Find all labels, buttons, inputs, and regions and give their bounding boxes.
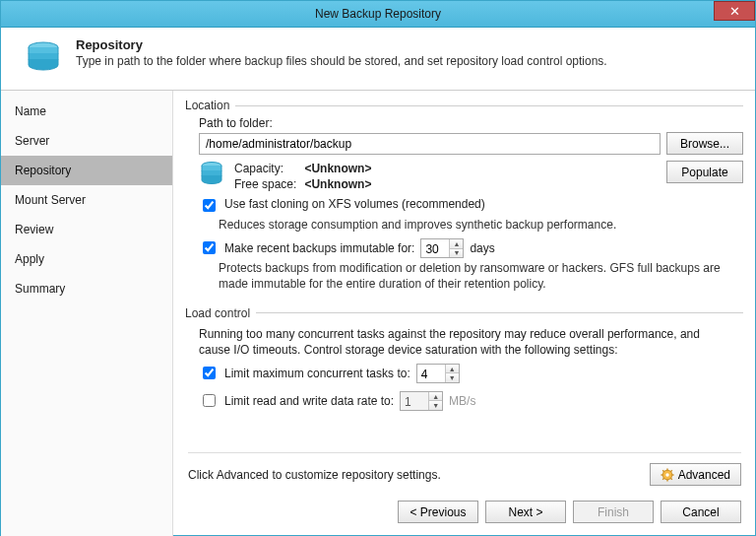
- wizard-header: Repository Type in path to the folder wh…: [1, 28, 755, 91]
- loadcontrol-group: Load control Running too many concurrent…: [185, 306, 743, 415]
- limit-tasks-stepper[interactable]: ▲ ▼: [416, 364, 460, 383]
- freespace-label: Free space:: [234, 177, 296, 191]
- advanced-hint: Click Advanced to customize repository s…: [188, 468, 441, 482]
- storage-small-icon: [199, 161, 224, 191]
- limit-rate-unit: MB/s: [449, 394, 475, 408]
- spin-up-icon[interactable]: ▲: [450, 239, 463, 249]
- fastclone-label: Use fast cloning on XFS volumes (recomme…: [224, 197, 485, 211]
- limit-tasks-checkbox[interactable]: [203, 367, 216, 379]
- svg-line-8: [662, 470, 663, 471]
- header-subtitle: Type in path to the folder where backup …: [76, 54, 607, 68]
- window-title: New Backup Repository: [315, 7, 441, 21]
- advanced-button-label: Advanced: [678, 468, 730, 482]
- header-title: Repository: [76, 37, 607, 52]
- browse-button[interactable]: Browse...: [666, 132, 743, 155]
- loadcontrol-desc: Running too many concurrent tasks agains…: [199, 326, 729, 358]
- loadcontrol-legend: Load control: [185, 306, 256, 320]
- limit-tasks-input[interactable]: [417, 367, 445, 382]
- spin-down-icon: ▼: [429, 401, 442, 410]
- immutable-desc: Protects backups from modification or de…: [219, 260, 743, 292]
- close-button[interactable]: ✕: [714, 1, 755, 21]
- previous-button[interactable]: < Previous: [398, 501, 478, 523]
- capacity-label: Capacity:: [234, 162, 296, 175]
- limit-rate-checkbox[interactable]: [203, 394, 216, 407]
- immutable-label-pre: Make recent backups immutable for:: [224, 241, 414, 255]
- spin-down-icon[interactable]: ▼: [450, 249, 463, 258]
- advanced-button[interactable]: Advanced: [650, 463, 741, 486]
- location-group: Location Path to folder: Browse...: [185, 99, 743, 301]
- limit-tasks-label: Limit maximum concurrent tasks to:: [224, 367, 410, 380]
- svg-line-11: [670, 470, 671, 471]
- populate-button[interactable]: Populate: [666, 161, 743, 183]
- separator: [188, 452, 741, 453]
- nav-repository[interactable]: Repository: [1, 156, 172, 185]
- close-icon: ✕: [729, 4, 740, 19]
- wizard-nav-buttons: < Previous Next > Finish Cancel: [398, 501, 741, 523]
- nav-name[interactable]: Name: [1, 97, 172, 126]
- nav-apply[interactable]: Apply: [1, 244, 172, 274]
- capacity-value: <Unknown>: [304, 162, 371, 175]
- immutable-days-input[interactable]: [421, 241, 449, 257]
- svg-line-9: [670, 478, 671, 479]
- spin-up-icon[interactable]: ▲: [446, 365, 459, 374]
- limit-rate-input: [401, 394, 428, 410]
- svg-point-3: [665, 473, 669, 477]
- fastclone-desc: Reduces storage consumption and improves…: [219, 217, 743, 233]
- title-bar: New Backup Repository ✕: [1, 1, 755, 28]
- path-label: Path to folder:: [199, 116, 743, 130]
- nav-mount-server[interactable]: Mount Server: [1, 185, 172, 215]
- immutable-label-post: days: [470, 241, 494, 255]
- location-legend: Location: [185, 99, 235, 112]
- limit-rate-stepper: ▲ ▼: [400, 391, 443, 411]
- cancel-button[interactable]: Cancel: [661, 501, 741, 523]
- limit-rate-label: Limit read and write data rate to:: [224, 394, 394, 408]
- repository-large-icon: [25, 39, 62, 80]
- immutable-days-stepper[interactable]: ▲ ▼: [420, 238, 464, 258]
- freespace-value: <Unknown>: [304, 177, 371, 191]
- wizard-window: New Backup Repository ✕ Repository Type …: [0, 0, 756, 536]
- nav-review[interactable]: Review: [1, 215, 172, 244]
- wizard-nav: Name Server Repository Mount Server Revi…: [1, 91, 173, 536]
- nav-server[interactable]: Server: [1, 126, 172, 156]
- nav-summary[interactable]: Summary: [1, 274, 172, 303]
- svg-line-10: [662, 478, 663, 479]
- path-input[interactable]: [199, 133, 661, 155]
- spin-down-icon[interactable]: ▼: [446, 373, 459, 382]
- gear-icon: [661, 468, 674, 482]
- spin-up-icon: ▲: [429, 392, 442, 402]
- finish-button: Finish: [573, 501, 654, 523]
- next-button[interactable]: Next >: [485, 501, 566, 523]
- immutable-checkbox[interactable]: [203, 241, 216, 254]
- fastclone-checkbox[interactable]: [203, 199, 216, 212]
